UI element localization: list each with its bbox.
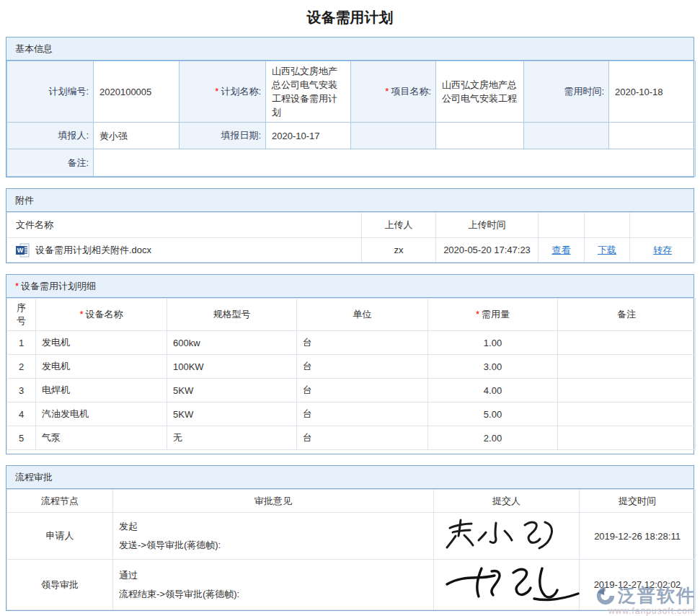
remark-cell: [558, 355, 696, 379]
col-file-name: 文件名称: [7, 213, 362, 238]
spec-cell: 100KW: [167, 355, 297, 379]
approval-row-leader: 领导审批 通过 流程结束->领导审批(蒋德帧):: [7, 560, 696, 610]
plan-name-value: 山西弘文房地产总公司电气安装工程设备需用计划: [266, 61, 351, 123]
project-name-value: 山西弘文房地产总公司电气安装工程: [436, 61, 524, 123]
attachments-header-row: 文件名称 上传人 上传时间: [7, 213, 696, 238]
table-row: 1 发电机 600kw 台 1.00: [7, 331, 696, 355]
approval-section-title: 流程审批: [6, 466, 694, 489]
col-equipment-name: *设备名称: [36, 299, 167, 331]
qty-cell: 2.00: [428, 426, 558, 450]
required-icon: *: [79, 309, 83, 320]
submit-time-cell: 2019-12-26 18:28:11: [580, 513, 696, 560]
qty-cell: 1.00: [428, 331, 558, 355]
attachments-table: 文件名称 上传人 上传时间 W 设备需: [6, 212, 696, 263]
report-date-value: 2020-10-17: [266, 123, 351, 149]
basic-info-section-title: 基本信息: [6, 38, 694, 61]
watermark-brand: 泛普软件: [618, 584, 696, 607]
signature-image: [440, 563, 573, 607]
remark-label: 备注:: [7, 149, 94, 177]
col-spec-model: 规格型号: [167, 299, 297, 331]
basic-info-section: 基本信息 计划编号: 2020100005 *计划名称: 山西弘文房地产总公司电…: [6, 37, 694, 177]
details-header-row: 序号 *设备名称 规格型号 单位 *需用量 备注: [7, 299, 696, 331]
remark-cell: [558, 379, 696, 402]
unit-cell: 台: [297, 355, 428, 379]
required-icon: *: [385, 86, 389, 97]
plan-name-label: *计划名称:: [180, 61, 266, 123]
required-icon: *: [476, 309, 479, 320]
unit-cell: 台: [297, 331, 428, 355]
reporter-value: 黄小强: [94, 123, 180, 149]
approval-row-applicant: 申请人 发起 发送->领导审批(蒋德帧):: [7, 513, 696, 560]
spec-cell: 5KW: [167, 379, 297, 402]
required-icon: *: [15, 281, 19, 291]
save-as-link[interactable]: 转存: [653, 245, 672, 255]
uploader-value: zx: [362, 238, 436, 263]
flow-node-cell: 领导审批: [7, 560, 113, 610]
basic-info-row-1: 计划编号: 2020100005 *计划名称: 山西弘文房地产总公司电气安装工程…: [7, 61, 696, 123]
col-remark: 备注: [558, 299, 696, 331]
report-date-label: 填报日期:: [180, 123, 266, 149]
seq-cell: 1: [7, 331, 36, 355]
basic-info-table: 计划编号: 2020100005 *计划名称: 山西弘文房地产总公司电气安装工程…: [6, 61, 696, 177]
plan-no-label: 计划编号:: [7, 61, 94, 123]
col-submit-time: 提交时间: [580, 490, 696, 513]
vendor-watermark: 泛普软件 www.fanpusoft.com: [595, 584, 696, 616]
equipment-name-cell: 电焊机: [36, 379, 167, 402]
flow-node-cell: 申请人: [7, 513, 113, 560]
table-row: 4 汽油发电机 5KW 台 5.00: [7, 402, 696, 426]
basic-info-row-2: 填报人: 黄小强 填报日期: 2020-10-17: [7, 123, 696, 149]
col-submitter: 提交人: [434, 490, 580, 513]
table-row: 3 电焊机 5KW 台 4.00: [7, 379, 696, 402]
details-bottom-padding: [6, 450, 694, 454]
opinion-cell: 通过 流程结束->领导审批(蒋德帧):: [113, 560, 434, 610]
opinion-line-2: 流程结束->领导审批(蒋德帧):: [119, 585, 427, 604]
qty-cell: 3.00: [428, 355, 558, 379]
page-title: 设备需用计划: [0, 0, 700, 37]
col-required-qty: *需用量: [428, 299, 558, 331]
attachments-section-title: 附件: [6, 189, 694, 212]
equipment-name-cell: 发电机: [36, 331, 167, 355]
unit-cell: 台: [297, 379, 428, 402]
approval-section: 流程审批 流程节点 审批意见 提交人 提交时间 申请人 发起 发送->领导审批(…: [6, 465, 694, 611]
col-seq: 序号: [7, 299, 36, 331]
seq-cell: 2: [7, 355, 36, 379]
watermark-url: www.fanpusoft.com: [595, 606, 696, 616]
remark-cell: [558, 402, 696, 426]
opinion-line-1: 通过: [119, 566, 427, 585]
spec-cell: 5KW: [167, 402, 297, 426]
opinion-line-2: 发送->领导审批(蒋德帧):: [119, 536, 427, 555]
qty-cell: 4.00: [428, 379, 558, 402]
basic-info-row-3: 备注:: [7, 149, 696, 177]
equipment-name-cell: 发电机: [36, 355, 167, 379]
remark-cell: [558, 426, 696, 450]
remark-cell: [558, 331, 696, 355]
download-link[interactable]: 下载: [598, 245, 616, 255]
empty-value-cell: [609, 123, 696, 149]
col-unit: 单位: [297, 299, 428, 331]
col-approval-opinion: 审批意见: [113, 490, 434, 513]
required-icon: *: [215, 86, 218, 97]
col-action-1: [539, 213, 585, 238]
file-name-text: 设备需用计划相关附件.docx: [35, 244, 151, 257]
plan-no-value: 2020100005: [94, 61, 180, 123]
details-section-title: *设备需用计划明细: [6, 275, 694, 298]
col-upload-time: 上传时间: [436, 213, 539, 238]
col-uploader: 上传人: [362, 213, 436, 238]
word-file-icon: W: [16, 243, 30, 258]
qty-cell: 5.00: [428, 402, 558, 426]
project-name-label: *项目名称:: [351, 61, 436, 123]
unit-cell: 台: [297, 426, 428, 450]
seq-cell: 3: [7, 379, 36, 402]
table-row: 5 气泵 无 台 2.00: [7, 426, 696, 450]
svg-text:W: W: [17, 247, 24, 254]
need-time-label: 需用时间:: [524, 61, 609, 123]
view-link[interactable]: 查看: [552, 245, 571, 255]
opinion-line-1: 发起: [119, 517, 427, 536]
approval-table: 流程节点 审批意见 提交人 提交时间 申请人 发起 发送->领导审批(蒋德帧):: [6, 489, 696, 610]
remark-value: [94, 149, 696, 177]
equipment-name-cell: 气泵: [36, 426, 167, 450]
table-row: 2 发电机 100KW 台 3.00: [7, 355, 696, 379]
empty-label-cell: [351, 123, 436, 149]
seq-cell: 4: [7, 402, 36, 426]
approval-header-row: 流程节点 审批意见 提交人 提交时间: [7, 490, 696, 513]
